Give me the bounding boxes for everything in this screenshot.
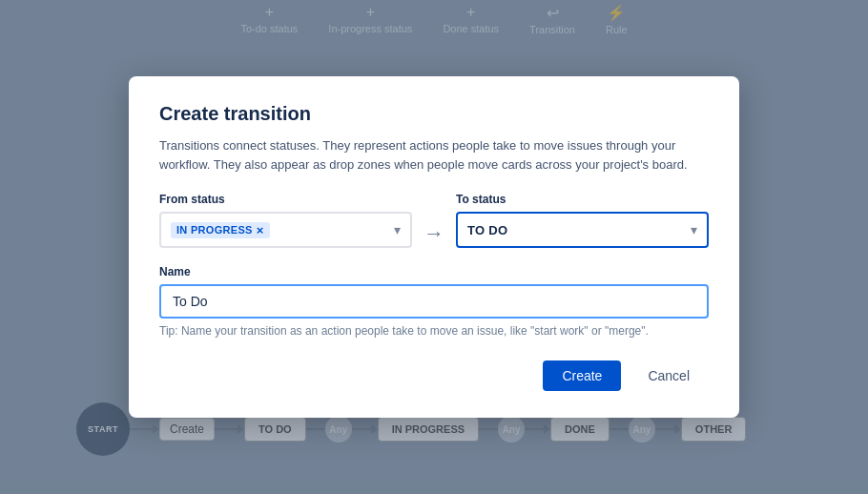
name-group: Name Tip: Name your transition as an act… (159, 265, 709, 338)
modal-overlay: Create transition Transitions connect st… (0, 0, 868, 494)
from-tag-text: IN PROGRESS (176, 224, 253, 236)
modal-footer: Create Cancel (159, 360, 709, 391)
from-status-label: From status (159, 193, 412, 206)
from-status-chevron-icon: ▾ (394, 222, 401, 237)
modal-dialog: Create transition Transitions connect st… (129, 76, 739, 418)
remove-from-tag-button[interactable]: × (257, 224, 264, 237)
status-form-row: From status IN PROGRESS × ▾ → To status … (159, 193, 709, 248)
to-status-select[interactable]: TO DO ▾ (456, 212, 709, 248)
to-status-value: TO DO (467, 223, 691, 237)
from-status-tag: IN PROGRESS × (171, 222, 270, 238)
to-status-chevron-icon: ▾ (691, 222, 697, 237)
modal-title: Create transition (159, 103, 709, 125)
name-input[interactable] (159, 284, 709, 319)
create-button[interactable]: Create (543, 360, 621, 391)
from-status-group: From status IN PROGRESS × ▾ (159, 193, 412, 248)
cancel-button[interactable]: Cancel (629, 360, 709, 391)
modal-description: Transitions connect statuses. They repre… (159, 136, 709, 174)
to-status-label: To status (456, 193, 709, 206)
from-status-select[interactable]: IN PROGRESS × ▾ (159, 212, 412, 248)
name-field-label: Name (159, 265, 709, 278)
direction-arrow-icon: → (424, 221, 444, 246)
to-status-group: To status TO DO ▾ (456, 193, 709, 248)
name-tip-text: Tip: Name your transition as an action p… (159, 324, 709, 338)
